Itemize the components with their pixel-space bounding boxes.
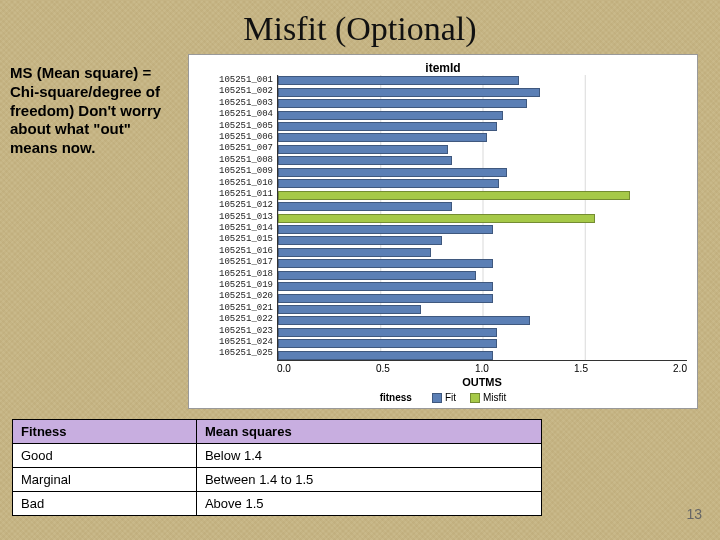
bar-fit <box>278 145 448 154</box>
y-tick-label: 105251_009 <box>199 166 273 177</box>
table-row: MarginalBetween 1.4 to 1.5 <box>13 468 542 492</box>
y-tick-label: 105251_002 <box>199 86 273 97</box>
bar-fit <box>278 316 530 325</box>
bar-fit <box>278 202 452 211</box>
legend-title: fitness <box>380 392 412 403</box>
x-tick-label: 1.5 <box>574 363 588 374</box>
y-tick-label: 105251_005 <box>199 121 273 132</box>
y-tick-label: 105251_019 <box>199 280 273 291</box>
swatch-icon <box>432 393 442 403</box>
bar-fit <box>278 282 493 291</box>
y-tick-label: 105251_011 <box>199 189 273 200</box>
legend-label: Misfit <box>483 392 506 403</box>
chart-title: itemId <box>425 61 460 75</box>
table-row: BadAbove 1.5 <box>13 492 542 516</box>
bar-fit <box>278 76 519 85</box>
bar-fit <box>278 259 493 268</box>
x-axis-ticks: 0.00.51.01.52.0 <box>199 363 687 374</box>
y-tick-label: 105251_025 <box>199 348 273 359</box>
bar-fit <box>278 236 442 245</box>
x-tick-label: 0.0 <box>277 363 291 374</box>
y-tick-label: 105251_024 <box>199 337 273 348</box>
bar-fit <box>278 339 497 348</box>
bar-fit <box>278 328 497 337</box>
x-tick-label: 2.0 <box>673 363 687 374</box>
bar-fit <box>278 168 507 177</box>
y-tick-label: 105251_014 <box>199 223 273 234</box>
legend-item-fit: Fit <box>432 392 456 403</box>
bar-fit <box>278 271 476 280</box>
bar-fit <box>278 305 421 314</box>
table-cell: Good <box>13 444 197 468</box>
bar-fit <box>278 111 503 120</box>
table-cell: Below 1.4 <box>196 444 541 468</box>
y-tick-label: 105251_007 <box>199 143 273 154</box>
table-cell: Marginal <box>13 468 197 492</box>
legend-item-misfit: Misfit <box>470 392 506 403</box>
legend-label: Fit <box>445 392 456 403</box>
y-tick-label: 105251_006 <box>199 132 273 143</box>
bar-fit <box>278 225 493 234</box>
y-tick-label: 105251_015 <box>199 234 273 245</box>
y-tick-label: 105251_012 <box>199 200 273 211</box>
bar-fit <box>278 351 493 360</box>
chart-body: 105251_001105251_002105251_003105251_004… <box>199 75 687 361</box>
y-tick-label: 105251_020 <box>199 291 273 302</box>
legend: fitness Fit Misfit <box>380 392 507 403</box>
y-tick-label: 105251_010 <box>199 178 273 189</box>
bar-misfit <box>278 214 595 223</box>
table-cell: Between 1.4 to 1.5 <box>196 468 541 492</box>
y-tick-label: 105251_004 <box>199 109 273 120</box>
bar-fit <box>278 122 497 131</box>
table-cell: Above 1.5 <box>196 492 541 516</box>
y-tick-label: 105251_008 <box>199 155 273 166</box>
side-explanation: MS (Mean square) = Chi-square/degree of … <box>10 54 180 409</box>
y-axis-labels: 105251_001105251_002105251_003105251_004… <box>199 75 277 361</box>
bar-misfit <box>278 191 630 200</box>
y-tick-label: 105251_022 <box>199 314 273 325</box>
bar-fit <box>278 88 540 97</box>
swatch-icon <box>470 393 480 403</box>
table-header: Fitness <box>13 420 197 444</box>
x-axis-label: OUTMS <box>199 376 687 388</box>
bar-fit <box>278 248 431 257</box>
y-tick-label: 105251_016 <box>199 246 273 257</box>
plot-area <box>277 75 687 361</box>
y-tick-label: 105251_023 <box>199 326 273 337</box>
bar-fit <box>278 99 527 108</box>
bar-fit <box>278 133 487 142</box>
y-tick-label: 105251_018 <box>199 269 273 280</box>
table-cell: Bad <box>13 492 197 516</box>
chart-panel: itemId 105251_001105251_002105251_003105… <box>188 54 698 409</box>
bar-fit <box>278 294 493 303</box>
y-tick-label: 105251_001 <box>199 75 273 86</box>
page-number: 13 <box>686 506 702 522</box>
bars-layer <box>278 75 687 360</box>
page-title: Misfit (Optional) <box>0 0 720 54</box>
bar-fit <box>278 179 499 188</box>
bar-fit <box>278 156 452 165</box>
content-row: MS (Mean square) = Chi-square/degree of … <box>0 54 720 409</box>
x-tick-label: 0.5 <box>376 363 390 374</box>
table-header: Mean squares <box>196 420 541 444</box>
y-tick-label: 105251_021 <box>199 303 273 314</box>
y-tick-label: 105251_013 <box>199 212 273 223</box>
x-tick-label: 1.0 <box>475 363 489 374</box>
y-tick-label: 105251_017 <box>199 257 273 268</box>
table-row: GoodBelow 1.4 <box>13 444 542 468</box>
fitness-table: Fitness Mean squares GoodBelow 1.4Margin… <box>12 419 542 516</box>
y-tick-label: 105251_003 <box>199 98 273 109</box>
